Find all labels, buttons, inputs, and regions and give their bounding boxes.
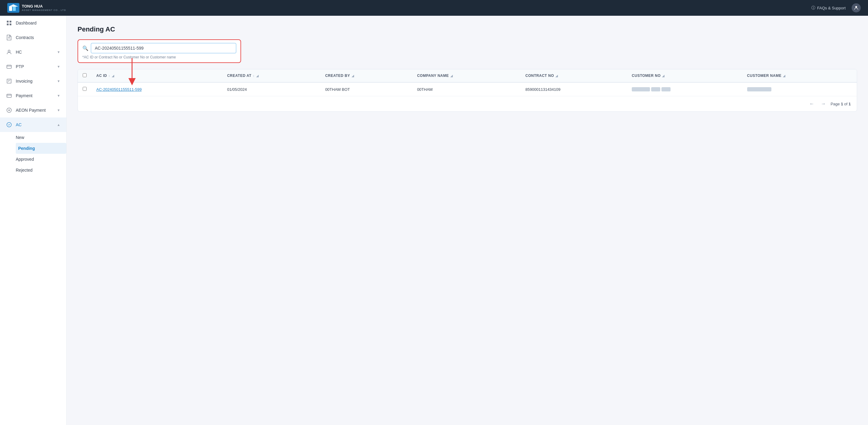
logo-box: [7, 3, 20, 13]
ac-id-sort-icon[interactable]: ↕: [108, 74, 110, 77]
help-icon: ⓘ: [811, 5, 815, 10]
invoicing-chevron-icon: ▼: [57, 79, 60, 83]
sidebar-item-ac-pending[interactable]: Pending: [16, 143, 66, 154]
sidebar-item-payment-label: Payment: [16, 93, 53, 98]
hc-chevron-icon: ▼: [57, 50, 60, 54]
top-nav: TONG HUA ASSET MANAGEMENT CO., LTD ⓘ FAQ…: [0, 0, 868, 16]
customer-no-blurred-3: [661, 87, 671, 91]
svg-rect-7: [10, 24, 11, 26]
cell-ac-id: AC-20240501155511-599: [91, 82, 222, 96]
search-hint: *AC ID or Contract No or Customer No or …: [82, 55, 236, 59]
ptp-icon: [6, 64, 12, 70]
customer-no-filter-icon[interactable]: ◢: [662, 74, 665, 77]
svg-point-10: [8, 50, 10, 52]
sidebar-item-dashboard-label: Dashboard: [16, 21, 60, 26]
pagination: ← → Page 1 of 1: [78, 96, 857, 111]
user-avatar[interactable]: [851, 3, 861, 12]
dashboard-icon: [6, 20, 12, 26]
ac-submenu: New Pending Approved Rejected: [0, 132, 66, 175]
contract-no-filter-icon[interactable]: ◢: [555, 74, 558, 77]
invoicing-icon: [6, 78, 12, 84]
sidebar-item-ac-label: AC: [16, 122, 53, 127]
sidebar-item-contracts-label: Contracts: [16, 35, 60, 40]
sidebar-item-dashboard[interactable]: Dashboard: [0, 16, 66, 30]
sidebar-item-payment[interactable]: Payment ▼: [0, 88, 66, 103]
search-section: 🔍 *AC ID or Contract No or Customer No o…: [78, 39, 241, 63]
ac-icon: [6, 122, 12, 128]
cell-customer-no: [627, 82, 742, 96]
customer-name-blurred-1: [747, 87, 771, 91]
svg-rect-0: [9, 7, 12, 11]
svg-rect-5: [10, 21, 11, 23]
sidebar-item-invoicing-label: Invoicing: [16, 79, 53, 84]
sidebar-item-aeon-payment-label: AEON Payment: [16, 108, 53, 112]
created-at-filter-icon[interactable]: ◢: [256, 74, 259, 77]
svg-rect-11: [7, 65, 11, 68]
page-title: Pending AC: [78, 26, 857, 33]
cell-company-name: 00THAM: [412, 82, 521, 96]
created-by-filter-icon[interactable]: ◢: [352, 74, 354, 77]
cell-customer-name: [742, 82, 857, 96]
search-input[interactable]: [91, 43, 236, 53]
contracts-icon: [6, 34, 12, 40]
customer-no-blurred-1: [632, 87, 650, 91]
sidebar-item-hc-label: HC: [16, 50, 53, 55]
payment-chevron-icon: ▼: [57, 94, 60, 97]
aeon-payment-chevron-icon: ▼: [57, 108, 60, 112]
company-name-filter-icon[interactable]: ◢: [451, 74, 453, 77]
col-header-ac-id: AC ID ↕ ◢: [91, 69, 222, 82]
faqs-support-button[interactable]: ⓘ FAQs & Support: [811, 5, 845, 10]
hc-icon: [6, 49, 12, 55]
logo: TONG HUA ASSET MANAGEMENT CO., LTD: [7, 3, 66, 13]
ac-id-filter-icon[interactable]: ◢: [112, 74, 115, 77]
sidebar-item-ac-new[interactable]: New: [16, 132, 66, 143]
data-table: AC ID ↕ ◢ CREATED AT ↕ ◢: [78, 69, 857, 112]
customer-name-filter-icon[interactable]: ◢: [783, 74, 786, 77]
topnav-right: ⓘ FAQs & Support: [811, 3, 861, 12]
page-info: Page 1 of 1: [831, 102, 851, 106]
sidebar-item-contracts[interactable]: Contracts: [0, 30, 66, 45]
select-all-header: [78, 69, 91, 82]
svg-point-17: [7, 96, 8, 97]
col-header-customer-name: CUSTOMER NAME ◢: [742, 69, 857, 82]
row-checkbox-cell: [78, 82, 91, 96]
ac-id-link[interactable]: AC-20240501155511-599: [96, 87, 142, 92]
ptp-chevron-icon: ▼: [57, 65, 60, 68]
col-header-customer-no: CUSTOMER NO ◢: [627, 69, 742, 82]
sidebar-item-invoicing[interactable]: Invoicing ▼: [0, 74, 66, 88]
prev-page-button[interactable]: ←: [807, 100, 816, 107]
cell-created-by: 00THAM BOT: [320, 82, 412, 96]
sidebar-item-ptp[interactable]: PTP ▼: [0, 59, 66, 74]
svg-point-3: [855, 6, 857, 8]
cell-created-at: 01/05/2024: [222, 82, 320, 96]
svg-rect-15: [7, 94, 11, 97]
col-header-company-name: COMPANY NAME ◢: [412, 69, 521, 82]
sidebar-item-aeon-payment[interactable]: AEON Payment ▼: [0, 103, 66, 118]
sidebar-item-hc[interactable]: HC ▼: [0, 45, 66, 59]
customer-name-blurred: [747, 87, 852, 91]
sidebar-item-ac-rejected[interactable]: Rejected: [16, 165, 66, 175]
svg-rect-6: [7, 24, 9, 26]
cell-contract-no: 8590001131434109: [521, 82, 627, 96]
search-icon: 🔍: [82, 45, 88, 51]
col-header-contract-no: CONTRACT NO ◢: [521, 69, 627, 82]
aeon-payment-icon: [6, 107, 12, 113]
search-row: 🔍: [82, 43, 236, 53]
sidebar-item-ac[interactable]: AC ▲: [0, 118, 66, 132]
row-checkbox[interactable]: [83, 87, 87, 91]
sidebar-item-ptp-label: PTP: [16, 64, 53, 69]
search-container: 🔍 *AC ID or Contract No or Customer No o…: [78, 39, 241, 63]
customer-no-blurred-2: [651, 87, 660, 91]
svg-marker-2: [8, 4, 18, 7]
next-page-button[interactable]: →: [819, 100, 828, 107]
svg-rect-4: [7, 21, 9, 23]
sidebar: Dashboard Contracts HC ▼ PTP ▼: [0, 16, 67, 425]
logo-text-block: TONG HUA ASSET MANAGEMENT CO., LTD: [22, 4, 66, 11]
payment-icon: [6, 93, 12, 99]
main-content: Pending AC 🔍 *AC ID or Contract No or Cu…: [67, 16, 868, 425]
select-all-checkbox[interactable]: [83, 73, 87, 77]
table-row: AC-20240501155511-599 01/05/2024 00THAM …: [78, 82, 857, 96]
logo-name: TONG HUA: [22, 4, 66, 8]
sidebar-item-ac-approved[interactable]: Approved: [16, 154, 66, 165]
created-at-sort-icon[interactable]: ↕: [253, 74, 255, 77]
